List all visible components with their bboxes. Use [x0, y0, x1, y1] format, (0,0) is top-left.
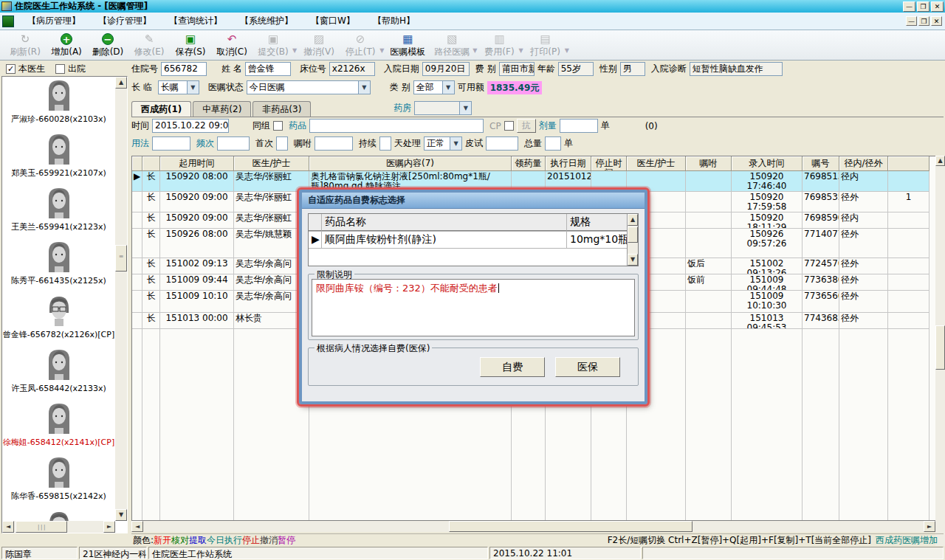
my-doctor-checkbox[interactable]: ✓ [6, 64, 16, 74]
name-input[interactable]: 曾金锋 [245, 62, 291, 76]
minimize-icon[interactable]: — [903, 1, 915, 12]
patient-item-4[interactable]: 曾金锋-656782(x2126x)[CP] [2, 294, 115, 348]
path-order-button[interactable]: ▧路径医嘱 [430, 31, 474, 59]
column-header-1[interactable] [142, 156, 160, 171]
scrollbar-thumb[interactable] [628, 227, 638, 243]
close-icon[interactable]: ✕ [931, 1, 944, 12]
column-header-7[interactable]: 停止时间 [591, 156, 627, 171]
patient-item-3[interactable]: 陈秀平-661435(x2125x) [2, 240, 115, 294]
chevron-down-icon[interactable]: ▼ [379, 47, 384, 54]
menu-item-3[interactable]: 【系统维护】 [231, 13, 302, 29]
day-handle-select[interactable]: 正常▼ [424, 136, 462, 151]
order-row-0[interactable]: ▶长150920 08:00吴志华/张丽虹奥扎格雷钠氯化钠注射液[250ml:8… [132, 171, 936, 192]
table-vscrollbar[interactable]: ▲ ▼ [935, 156, 945, 560]
chevron-down-icon[interactable]: ▼ [442, 81, 454, 94]
restore-icon[interactable]: ❐ [917, 1, 929, 12]
chevron-down-icon[interactable]: ▼ [292, 47, 297, 54]
submit-button[interactable]: ▣提交(B) [252, 31, 294, 59]
pharmacy-select[interactable]: ▼ [414, 101, 472, 115]
same-group-checkbox[interactable] [273, 121, 283, 131]
patient-item-2[interactable]: 王美兰-659941(x2123x) [2, 186, 115, 240]
scroll-down-icon[interactable]: ▼ [628, 254, 638, 266]
patient-item-5[interactable]: 许玉凤-658442(x2133x) [2, 348, 115, 401]
total-input[interactable] [545, 136, 561, 151]
menu-item-4[interactable]: 【窗口W】 [302, 13, 364, 29]
table-hscrollbar[interactable]: ◄ ► [131, 521, 935, 532]
column-header-0[interactable] [132, 156, 142, 171]
cp-checkbox[interactable] [504, 121, 514, 131]
child-close-icon[interactable]: ✕ [931, 16, 942, 26]
dose-input[interactable] [560, 119, 598, 133]
chevron-down-icon[interactable]: ▼ [518, 47, 523, 54]
discharged-checkbox[interactable] [55, 64, 65, 74]
scrollbar-thumb[interactable] [449, 521, 693, 532]
menu-item-2[interactable]: 【查询统计】 [160, 13, 231, 29]
refresh-button[interactable]: ↻刷新(R) [4, 31, 46, 59]
scroll-left-icon[interactable]: ◄ [131, 521, 143, 532]
chevron-down-icon[interactable]: ▼ [472, 47, 477, 54]
duration-input[interactable] [379, 136, 391, 151]
column-header-5[interactable]: 领药量 [512, 156, 546, 171]
scroll-up-icon[interactable]: ▲ [115, 77, 127, 89]
print-button[interactable]: ▤打印(P) [525, 31, 566, 59]
chevron-down-icon[interactable]: ▼ [187, 81, 199, 94]
order-template-button[interactable]: ▦医嘱模板 [385, 31, 430, 59]
column-header-9[interactable]: 嘱咐 [686, 156, 732, 171]
scroll-right-icon[interactable]: ► [103, 521, 115, 533]
scrollbar-thumb[interactable]: ∣∣∣ [16, 521, 67, 533]
scroll-down-icon[interactable]: ▼ [115, 509, 127, 521]
time-input[interactable]: 2015.10.22 09:00 [152, 119, 229, 133]
discharged-filter[interactable]: 出院 [55, 63, 86, 75]
column-header-4[interactable]: 医嘱内容(7) [309, 156, 512, 171]
patient-list-hscrollbar[interactable]: ◄ ∣∣∣ ► [2, 521, 115, 533]
long-temp-select[interactable]: 长嘱▼ [158, 80, 199, 94]
skin-test-input[interactable] [486, 136, 518, 151]
child-restore-icon[interactable]: ❐ [918, 16, 929, 26]
first-input[interactable] [276, 136, 288, 151]
cancel-button[interactable]: ↶取消(C) [211, 31, 252, 59]
restriction-textarea[interactable]: 限阿曲库铵（编号：232）不能耐受的患者 [312, 279, 635, 336]
stop-button[interactable]: ⊘停止(T) [340, 31, 381, 59]
column-header-2[interactable]: 起用时间 [160, 156, 234, 171]
menu-item-5[interactable]: 【帮助H】 [364, 13, 424, 29]
column-header-8[interactable]: 医生/护士 [627, 156, 686, 171]
usage-input[interactable] [152, 136, 190, 151]
edit-button[interactable]: ✎修改(E) [128, 31, 170, 59]
note-input[interactable] [315, 136, 353, 151]
add-button[interactable]: +增加(A) [46, 31, 87, 59]
drug-grid-row[interactable]: ▶ 顺阿曲库铵粉针剂(静注) 10mg*10瓶/盒 [309, 232, 638, 249]
menu-item-0[interactable]: 【病历管理】 [18, 13, 89, 29]
fee-button[interactable]: ▥费用(F) [478, 31, 520, 59]
chevron-down-icon[interactable]: ▼ [358, 81, 370, 94]
scroll-up-icon[interactable]: ▲ [628, 214, 638, 226]
scroll-left-icon[interactable]: ◄ [2, 521, 14, 533]
antibiotic-button[interactable]: 抗 [517, 119, 536, 133]
column-header-10[interactable]: 录入时间 [732, 156, 803, 171]
tab-0[interactable]: 西成药(1) [131, 101, 191, 117]
patient-item-1[interactable]: 郑美玉-659921(x2107x) [2, 132, 115, 186]
order-status-select[interactable]: 今日医嘱▼ [247, 80, 371, 94]
tab-2[interactable]: 非药品(3) [252, 101, 311, 117]
chevron-down-icon[interactable]: ▼ [450, 137, 461, 150]
chevron-down-icon[interactable]: ▼ [459, 102, 471, 114]
drug-input[interactable] [309, 119, 484, 133]
patient-item-0[interactable]: 严淑珍-660028(x2103x) [2, 78, 115, 132]
scroll-right-icon[interactable]: ► [924, 521, 935, 532]
column-header-6[interactable]: 执行日期 [546, 156, 591, 171]
column-header-12[interactable]: 径内/径外 [839, 156, 888, 171]
menu-item-1[interactable]: 【诊疗管理】 [89, 13, 160, 29]
patient-item-6[interactable]: 徐梅姐-658412(x2141x)[CP] [2, 401, 115, 455]
column-header-13[interactable] [888, 156, 929, 171]
grid-vscrollbar[interactable]: ▲ ▼ [627, 214, 638, 266]
dialog-title-bar[interactable]: 自适应药品自费标志选择 [302, 193, 645, 209]
scrollbar-thumb[interactable] [935, 325, 945, 370]
revoke-button[interactable]: ▨撤消(V) [298, 31, 340, 59]
patient-list-vscrollbar[interactable]: ▲ ≡ ▼ [115, 77, 127, 521]
column-header-11[interactable]: 嘱号 [803, 156, 839, 171]
child-minimize-icon[interactable]: — [906, 16, 917, 26]
column-header-3[interactable]: 医生/护士 [234, 156, 309, 171]
save-button[interactable]: ▣保存(S) [170, 31, 211, 59]
patient-item-7[interactable]: 陈华香-659815(x2142x) [2, 455, 115, 509]
class-select[interactable]: 全部▼ [413, 80, 455, 94]
admission-no-input[interactable]: 656782 [161, 62, 207, 76]
